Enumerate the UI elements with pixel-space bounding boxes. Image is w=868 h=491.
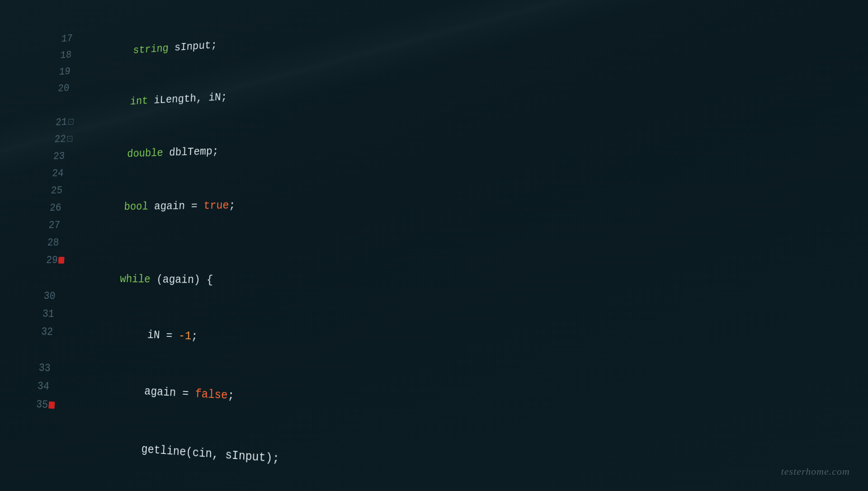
line-num-18: 18 xyxy=(55,46,77,64)
line-num-21: 21 – xyxy=(50,113,72,131)
line-num-26: 26 xyxy=(44,199,67,217)
line-num-28: 28 xyxy=(42,234,65,251)
fold-icon[interactable]: – xyxy=(68,119,74,125)
line-num-blank4 xyxy=(29,413,52,433)
breakpoint-29 xyxy=(58,257,65,264)
code-line-blank1 xyxy=(75,230,868,253)
line-num-33: 33 xyxy=(33,359,56,378)
line-num-17: 17 xyxy=(56,29,78,47)
line-num-30: 30 xyxy=(38,287,61,305)
line-num-25: 25 xyxy=(45,182,68,199)
line-num-blank3 xyxy=(34,340,57,359)
code-editor: 17 18 19 20 21 – 22 – 23 24 25 26 27 28 … xyxy=(0,0,868,491)
line-num-23: 23 xyxy=(47,147,70,165)
line-num-blank5 xyxy=(28,432,52,452)
line-num-27: 27 xyxy=(42,217,66,234)
code-wrapper: 17 18 19 20 21 – 22 – 23 24 25 26 27 28 … xyxy=(22,0,868,491)
line-num-35: 35 xyxy=(30,395,54,415)
breakpoint-35 xyxy=(48,401,55,409)
line-num-blank1 xyxy=(51,96,74,114)
line-num-29: 29 xyxy=(40,251,63,269)
line-num-34: 34 xyxy=(32,377,55,396)
code-content: string sInput; int iLength, iN; double d… xyxy=(52,0,868,491)
line-num-20: 20 xyxy=(52,80,75,98)
line-num-22: 22 – xyxy=(49,130,71,148)
line-num-32: 32 xyxy=(35,322,59,341)
line-num-blank2 xyxy=(39,269,62,287)
fold-icon-22[interactable]: – xyxy=(67,136,72,142)
line-num-24: 24 xyxy=(46,164,69,182)
line-num-19: 19 xyxy=(53,63,76,81)
line-num-31: 31 xyxy=(37,305,60,323)
